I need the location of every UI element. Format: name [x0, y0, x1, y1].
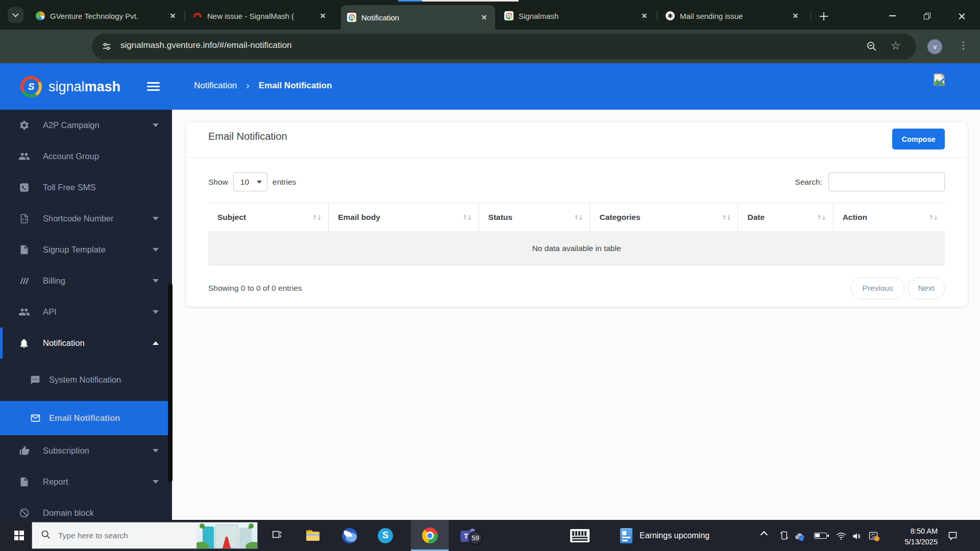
bookmark-star-icon[interactable]: ☆: [891, 39, 901, 52]
tab-notification-active[interactable]: S Notification: [341, 5, 495, 30]
tab-search-button[interactable]: [8, 7, 23, 23]
previous-page-button[interactable]: Previous: [851, 277, 904, 299]
window-close-button[interactable]: [955, 9, 968, 22]
task-view-button[interactable]: [265, 520, 289, 551]
brand-logo[interactable]: S signalmash: [20, 76, 120, 97]
start-button[interactable]: [7, 520, 31, 551]
new-tab-button[interactable]: [817, 9, 831, 23]
broken-image-icon[interactable]: [932, 72, 947, 89]
sort-icon[interactable]: ↑↓: [574, 214, 583, 221]
tab-signalmash[interactable]: S Signalmash: [498, 5, 655, 27]
skype-icon: S: [378, 528, 393, 543]
window-restore-button[interactable]: [920, 9, 934, 22]
sort-icon[interactable]: ↑↓: [928, 214, 938, 221]
tray-battery-icon[interactable]: [814, 533, 827, 539]
browser-tab-strip: GVenture Technology Pvt. New issue - Sig…: [0, 0, 980, 30]
tab-gventure[interactable]: GVenture Technology Pvt.: [30, 5, 184, 27]
sidebar-item-shortcode-number[interactable]: Shortcode Number: [0, 203, 172, 234]
close-icon[interactable]: [167, 10, 179, 21]
sidebar-item-label: Domain block: [43, 508, 159, 518]
tray-volume-icon[interactable]: [851, 531, 862, 541]
teams-button[interactable]: T 59: [454, 520, 483, 551]
tab-new-issue[interactable]: New issue - SignalMash (: [187, 5, 334, 27]
column-header-email-body[interactable]: Email body ↑↓: [328, 203, 478, 232]
next-page-button[interactable]: Next: [908, 277, 945, 299]
thunderbird-button[interactable]: [338, 520, 361, 551]
sidebar-nav: A2P Campaign Account Group Toll Free SMS…: [0, 110, 172, 520]
action-center-button[interactable]: [947, 531, 958, 541]
window-minimize-button[interactable]: [886, 9, 899, 22]
redmine-favicon: [193, 11, 202, 20]
sidebar-item-toll-free-sms[interactable]: Toll Free SMS: [0, 172, 172, 203]
tray-phone-icon[interactable]: [779, 531, 789, 540]
breadcrumb-separator: ›: [246, 80, 250, 91]
zoom-icon[interactable]: [866, 40, 877, 54]
skype-button[interactable]: S: [374, 520, 397, 551]
windows-taskbar: S T 59: [0, 520, 980, 551]
sidebar-item-account-group[interactable]: Account Group: [0, 141, 172, 172]
sidebar-item-label: Account Group: [43, 152, 159, 161]
column-header-action[interactable]: Action ↑↓: [833, 203, 945, 232]
sort-icon[interactable]: ↑↓: [462, 214, 472, 221]
sidebar-item-system-notification[interactable]: System Notification: [0, 359, 172, 401]
sort-icon[interactable]: ↑↓: [312, 214, 321, 221]
column-header-subject[interactable]: Subject ↑↓: [208, 203, 328, 232]
search-highlight-image[interactable]: [197, 522, 257, 548]
chevron-down-icon: [12, 11, 19, 17]
column-header-status[interactable]: Status ↑↓: [479, 203, 590, 232]
tray-wifi-icon[interactable]: [836, 531, 846, 541]
sidebar-item-label: Notification: [43, 338, 153, 348]
close-icon[interactable]: [790, 10, 801, 21]
breadcrumb-root[interactable]: Notification: [194, 81, 237, 91]
profile-avatar[interactable]: v: [927, 39, 942, 54]
sidebar-toggle-button[interactable]: [147, 86, 160, 87]
address-bar[interactable]: signalmash.gventure.info/#/email-notific…: [92, 34, 916, 59]
sidebar-item-signup-template[interactable]: Signup Template: [0, 234, 172, 265]
sort-icon[interactable]: ↑↓: [722, 214, 731, 221]
entries-label: entries: [273, 178, 297, 187]
tray-chevron-up-icon[interactable]: [763, 531, 768, 536]
clock-time: 8:50 AM: [891, 526, 938, 537]
sidebar-item-a2p-campaign[interactable]: A2P Campaign: [0, 110, 172, 141]
tray-language-sync-icon[interactable]: [868, 531, 879, 541]
file-code-icon: [17, 213, 31, 224]
sidebar-item-billing[interactable]: Billing: [0, 265, 172, 296]
column-header-date[interactable]: Date ↑↓: [738, 203, 832, 232]
table-search-control: Search:: [795, 172, 945, 191]
tab-mail-sending-issue[interactable]: Mail sending issue: [659, 5, 806, 27]
comment-dots-icon: [30, 375, 41, 385]
sidebar-item-domain-block[interactable]: Domain block: [0, 497, 172, 520]
news-widget-button[interactable]: Earnings upcoming: [620, 520, 748, 551]
sidebar-item-api[interactable]: API: [0, 296, 172, 328]
sort-icon[interactable]: ↑↓: [817, 214, 826, 221]
browser-menu-kebab-icon[interactable]: ⋮: [959, 39, 968, 51]
sidebar-item-email-notification[interactable]: Email Notification: [0, 401, 172, 435]
file-explorer-button[interactable]: [301, 520, 325, 551]
screen: GVenture Technology Pvt. New issue - Sig…: [0, 0, 980, 551]
taskbar-search-input[interactable]: [57, 531, 197, 541]
tray-onedrive-icon[interactable]: i: [794, 531, 805, 542]
tab-title: Signalmash: [519, 12, 634, 20]
sidebar-item-notification[interactable]: Notification: [0, 328, 172, 359]
chrome-button-active[interactable]: [411, 520, 449, 551]
column-label: Date: [747, 213, 765, 222]
tab-divider: [657, 10, 657, 21]
column-header-categories[interactable]: Categories ↑↓: [590, 203, 738, 232]
sidebar-item-report[interactable]: Report: [0, 466, 172, 497]
compose-button[interactable]: Compose: [892, 129, 945, 149]
sidebar-scrollbar-thumb[interactable]: [168, 284, 173, 482]
page-size-select[interactable]: 10: [233, 172, 267, 191]
site-info-icon[interactable]: [101, 41, 112, 52]
search-input[interactable]: [828, 172, 945, 191]
close-icon[interactable]: [317, 10, 329, 21]
close-icon[interactable]: [479, 12, 490, 23]
touch-keyboard-button[interactable]: [566, 520, 594, 551]
windows-logo-icon: [14, 531, 24, 540]
close-icon[interactable]: [639, 10, 650, 21]
taskbar-search-box[interactable]: [32, 522, 258, 549]
sidebar-item-subscription[interactable]: Subscription: [0, 435, 172, 466]
tray-clock[interactable]: 8:50 AM 5/13/2025: [891, 526, 938, 547]
tab-title: Mail sending issue: [680, 12, 785, 20]
chevron-down-icon: [153, 310, 159, 314]
envelope-icon: [30, 413, 41, 423]
